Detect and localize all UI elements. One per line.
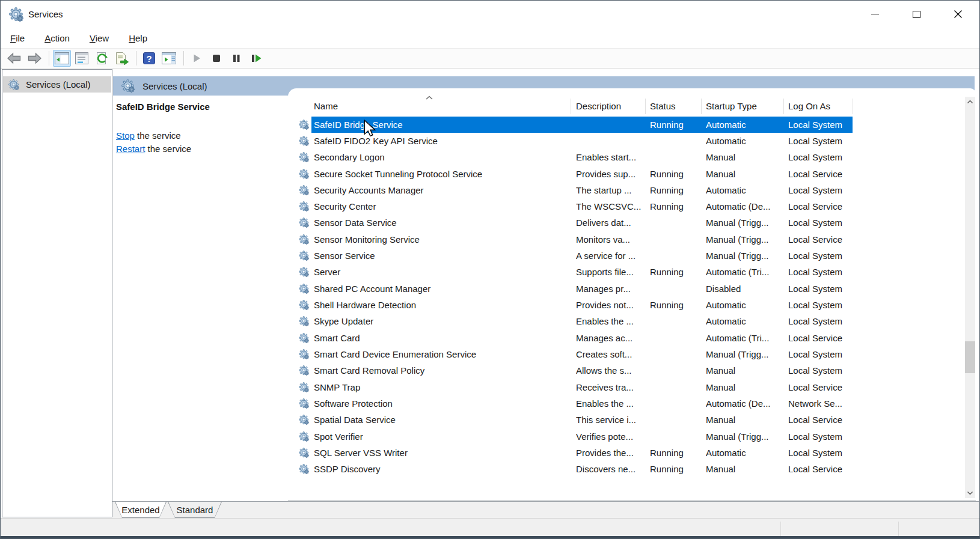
column-header-status[interactable]: Status	[650, 97, 676, 116]
show-console-tree-button[interactable]	[53, 50, 71, 67]
menu-file[interactable]: File	[10, 31, 25, 46]
show-action-pane-button[interactable]	[160, 50, 178, 67]
properties-icon	[74, 51, 90, 65]
row-status: Running	[650, 264, 700, 280]
menu-view[interactable]: View	[90, 31, 109, 46]
restart-service-icon	[250, 53, 262, 64]
statusbar-divider	[898, 522, 899, 536]
table-row[interactable]: SafeID FIDO2 Key API Service Automatic L…	[288, 133, 976, 149]
row-description: Provides not...	[576, 297, 647, 313]
table-row[interactable]: Skype Updater Enables the ... Automatic …	[288, 313, 976, 329]
scroll-down-button[interactable]	[965, 488, 975, 498]
service-gear-icon	[299, 333, 309, 343]
service-gear-icon	[299, 431, 309, 442]
export-list-button[interactable]	[112, 50, 130, 67]
tab-label: Extended	[115, 502, 166, 517]
service-gear-icon	[299, 365, 309, 376]
row-description	[576, 133, 647, 149]
forward-button[interactable]	[25, 50, 43, 67]
vertical-scrollbar[interactable]	[965, 97, 975, 498]
chevron-down-icon	[967, 491, 973, 495]
stop-service-button[interactable]	[207, 50, 225, 67]
refresh-button[interactable]	[93, 50, 111, 67]
selected-service-title: SafeID Bridge Service	[116, 102, 210, 112]
properties-button[interactable]	[73, 50, 91, 67]
service-gear-icon	[299, 284, 309, 294]
row-description: Receives tra...	[576, 379, 647, 395]
row-status	[650, 412, 700, 428]
row-status: Running	[650, 198, 700, 215]
row-description: Allows the s...	[576, 362, 647, 379]
table-row[interactable]: Smart Card Removal Policy Allows the s..…	[288, 362, 976, 379]
row-log-on-as: Local System	[788, 182, 852, 198]
table-row[interactable]: Server Supports file... Running Automati…	[288, 264, 976, 280]
sidebar-item-services-local[interactable]: Services (Local)	[3, 76, 111, 93]
back-button[interactable]	[5, 50, 23, 67]
row-startup-type: Automatic (Tri...	[706, 330, 782, 346]
tab-standard[interactable]: Standard	[168, 502, 222, 518]
table-row[interactable]: Spot Verifier Verifies pote... Manual (T…	[288, 428, 976, 445]
table-row[interactable]: Shell Hardware Detection Provides not...…	[288, 297, 976, 313]
tab-label: Standard	[168, 502, 221, 517]
row-status	[650, 395, 700, 412]
maximize-button[interactable]	[902, 1, 931, 28]
row-status	[650, 231, 700, 248]
table-row[interactable]: Smart Card Device Enumeration Service Cr…	[288, 346, 976, 362]
scrollbar-thumb[interactable]	[965, 341, 975, 373]
table-row[interactable]: Security Center The WSCSVC... Running Au…	[288, 198, 976, 215]
pause-service-icon	[231, 53, 242, 64]
table-row[interactable]: Secure Socket Tunneling Protocol Service…	[288, 166, 976, 182]
row-name: SNMP Trap	[314, 379, 569, 395]
scroll-up-button[interactable]	[965, 97, 975, 107]
row-status	[650, 215, 700, 231]
table-row[interactable]: Shared PC Account Manager Manages pr... …	[288, 281, 976, 297]
column-divider[interactable]	[783, 99, 784, 114]
row-startup-type: Automatic (De...	[706, 198, 782, 215]
table-row[interactable]: Smart Card Manages ac... Automatic (Tri.…	[288, 330, 976, 346]
column-divider[interactable]	[701, 99, 702, 114]
row-log-on-as: Local Service	[788, 461, 852, 477]
services-gear-icon	[121, 79, 135, 93]
restart-service-button[interactable]	[247, 50, 265, 67]
table-row[interactable]: Sensor Monitoring Service Monitors va...…	[288, 231, 976, 248]
row-name: SSDP Discovery	[314, 461, 569, 477]
column-header-name[interactable]: Name	[314, 97, 338, 116]
menu-action[interactable]: Action	[44, 31, 70, 46]
row-startup-type: Manual	[706, 149, 782, 165]
help-button[interactable]: ?	[140, 50, 158, 67]
stop-service-link[interactable]: Stop	[116, 130, 135, 141]
table-row[interactable]: SSDP Discovery Discovers ne... Running M…	[288, 461, 976, 477]
row-description: Supports file...	[576, 264, 647, 280]
menu-help[interactable]: Help	[129, 31, 147, 46]
row-log-on-as: Local Service	[788, 330, 852, 346]
row-startup-type: Manual (Trigg...	[706, 428, 782, 445]
column-header-startup-type[interactable]: Startup Type	[706, 97, 757, 116]
restart-service-link[interactable]: Restart	[116, 144, 145, 154]
table-row[interactable]: Sensor Service A service for ... Manual …	[288, 248, 976, 264]
row-log-on-as: Local System	[788, 362, 852, 379]
close-button[interactable]	[944, 1, 972, 28]
row-status: Running	[650, 166, 700, 182]
row-log-on-as: Local System	[788, 281, 852, 297]
service-gear-icon	[299, 136, 309, 146]
table-row[interactable]: Sensor Data Service Delivers dat... Manu…	[288, 215, 976, 231]
tab-extended[interactable]: Extended	[115, 502, 167, 518]
column-divider[interactable]	[645, 99, 646, 114]
minimize-button[interactable]	[861, 1, 889, 28]
pause-service-button[interactable]	[227, 50, 245, 67]
table-row[interactable]: Security Accounts Manager The startup ..…	[288, 182, 976, 198]
row-description: This service i...	[576, 412, 647, 428]
table-row[interactable]: Spatial Data Service This service i... M…	[288, 412, 976, 428]
start-service-button[interactable]	[188, 50, 206, 67]
row-name: Sensor Data Service	[314, 215, 569, 231]
table-row[interactable]: SNMP Trap Receives tra... Manual Local S…	[288, 379, 976, 395]
table-row[interactable]: Software Protection Enables the ... Auto…	[288, 395, 976, 412]
column-header-description[interactable]: Description	[576, 97, 621, 116]
table-row[interactable]: SQL Server VSS Writer Provides the... Ru…	[288, 445, 976, 461]
column-divider[interactable]	[571, 99, 571, 114]
column-header-log-on-as[interactable]: Log On As	[788, 97, 830, 116]
table-row[interactable]: SafeID Bridge Service Running Automatic …	[288, 117, 976, 133]
console-tree-panel: Services (Local)	[2, 69, 112, 517]
column-divider[interactable]	[853, 99, 853, 114]
table-row[interactable]: Secondary Logon Enables start... Manual …	[288, 149, 976, 165]
